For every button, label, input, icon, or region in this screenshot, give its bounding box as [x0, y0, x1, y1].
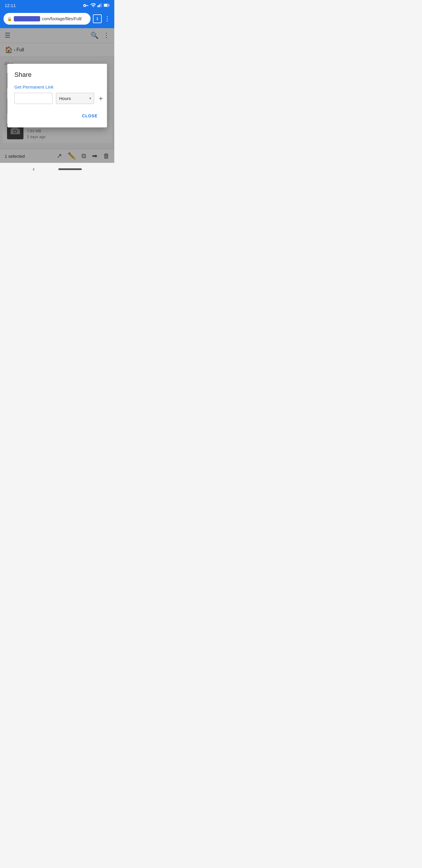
- dialog-overlay: Share Get Permanent Link Hours Minutes D…: [0, 28, 114, 163]
- svg-rect-3: [100, 3, 101, 7]
- svg-rect-4: [101, 3, 102, 7]
- status-time: 12:11: [5, 3, 16, 8]
- page-content: ☰ 🔍 ⋮ 🏠 › Full Files 2019-07-30_18-41-14…: [0, 28, 114, 163]
- signal-icon: [97, 3, 102, 7]
- svg-rect-1: [98, 5, 99, 7]
- lock-icon: 🔒: [7, 17, 12, 21]
- time-unit-select[interactable]: Hours Minutes Days: [56, 93, 94, 104]
- tab-count-button[interactable]: 1: [93, 14, 102, 23]
- browser-chrome: 🔒 com/footage/files/Full/ 1 ⋮: [0, 10, 114, 28]
- nav-bar: ‹: [0, 163, 114, 175]
- share-dialog: Share Get Permanent Link Hours Minutes D…: [7, 64, 107, 127]
- duration-input[interactable]: [14, 93, 53, 104]
- svg-rect-6: [109, 5, 109, 6]
- wifi-icon: [90, 3, 96, 7]
- svg-rect-0: [97, 6, 98, 7]
- status-icons: [83, 3, 109, 7]
- dialog-controls: Hours Minutes Days +: [14, 93, 100, 104]
- address-bar[interactable]: 🔒 com/footage/files/Full/: [3, 13, 91, 25]
- dialog-title: Share: [14, 71, 100, 78]
- nav-pill: [58, 168, 82, 170]
- status-bar: 12:11: [0, 0, 114, 10]
- address-text: com/footage/files/Full/: [42, 17, 82, 21]
- back-button[interactable]: ‹: [33, 165, 35, 173]
- redacted-domain: [14, 16, 40, 22]
- plus-button[interactable]: +: [98, 94, 104, 103]
- close-button[interactable]: CLOSE: [80, 111, 100, 120]
- battery-icon: [104, 3, 109, 7]
- dialog-actions: CLOSE: [14, 111, 100, 120]
- key-icon: [83, 3, 89, 7]
- hours-select-wrapper: Hours Minutes Days: [56, 93, 94, 104]
- svg-rect-2: [99, 4, 100, 7]
- get-permanent-link-label[interactable]: Get Permanent Link: [14, 84, 100, 89]
- svg-rect-7: [104, 4, 107, 6]
- browser-menu-button[interactable]: ⋮: [104, 16, 111, 22]
